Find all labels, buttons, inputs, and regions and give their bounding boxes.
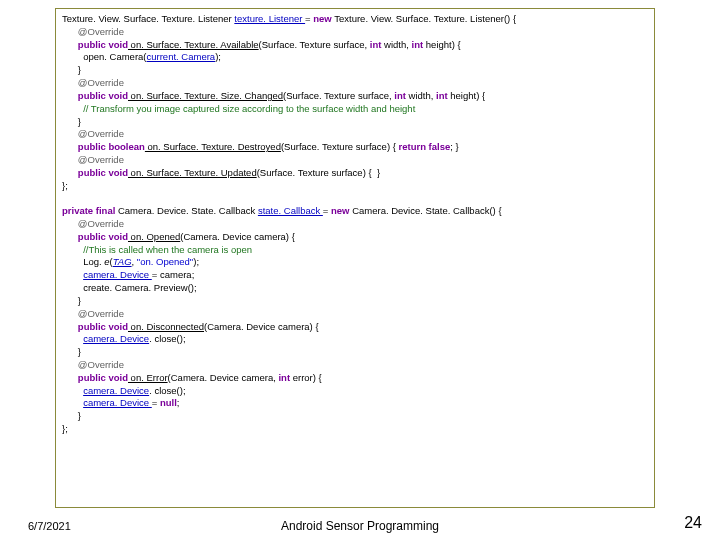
t: @Override xyxy=(78,308,124,319)
t: public void xyxy=(78,167,128,178)
i xyxy=(62,231,78,242)
t: height) { xyxy=(448,90,486,101)
t: int xyxy=(278,372,290,383)
t: . close(); xyxy=(149,333,185,344)
t: (Surface. Texture surface, xyxy=(259,39,370,50)
footer-title: Android Sensor Programming xyxy=(0,518,720,534)
t: int xyxy=(436,90,448,101)
t: camera. Device xyxy=(83,397,152,408)
t: } xyxy=(78,295,81,306)
t: public void xyxy=(78,39,128,50)
t: = xyxy=(152,397,160,408)
i xyxy=(62,90,78,101)
t: width, xyxy=(406,90,436,101)
i xyxy=(62,26,78,37)
t: Camera. Device. State. Callback() { xyxy=(350,205,502,216)
t: (Camera. Device camera) { xyxy=(204,321,319,332)
i xyxy=(62,321,78,332)
i xyxy=(62,359,78,370)
i xyxy=(62,385,83,396)
t: public boolean xyxy=(78,141,145,152)
i xyxy=(62,282,83,293)
i xyxy=(62,256,83,267)
t: @Override xyxy=(78,218,124,229)
t: int xyxy=(370,39,382,50)
t xyxy=(62,192,65,203)
t: return false xyxy=(399,141,451,152)
t: } xyxy=(78,346,81,357)
t: current. Camera xyxy=(147,51,216,62)
i xyxy=(62,154,78,165)
t: // Transform you image captured size acc… xyxy=(83,103,415,114)
t: new xyxy=(331,205,349,216)
t: @Override xyxy=(78,359,124,370)
t: open. Camera( xyxy=(83,51,146,62)
i xyxy=(62,103,83,114)
t: (Surface. Texture surface, xyxy=(283,90,394,101)
t: = xyxy=(323,205,331,216)
i xyxy=(62,64,78,75)
t: (Surface. Texture surface) { xyxy=(281,141,399,152)
t: camera. Device xyxy=(83,333,149,344)
t: TAG xyxy=(113,256,132,267)
t: height) { xyxy=(423,39,461,50)
t: public void xyxy=(78,372,128,383)
i xyxy=(62,333,83,344)
t: @Override xyxy=(78,154,124,165)
t: public void xyxy=(78,321,128,332)
i xyxy=(62,51,83,62)
t: (Camera. Device camera) { xyxy=(180,231,295,242)
t: width, xyxy=(381,39,411,50)
i xyxy=(62,141,78,152)
t: public void xyxy=(78,90,128,101)
i xyxy=(62,269,83,280)
t: @Override xyxy=(78,128,124,139)
i xyxy=(62,116,78,127)
t: //This is called when the camera is open xyxy=(83,244,252,255)
t: on. Surface. Texture. Destroyed xyxy=(145,141,281,152)
t: ); xyxy=(215,51,221,62)
i xyxy=(62,372,78,383)
t: camera. Device xyxy=(83,385,149,396)
code-box: Texture. View. Surface. Texture. Listene… xyxy=(55,8,655,508)
i xyxy=(62,244,83,255)
footer-page: 24 xyxy=(684,512,702,534)
t: public void xyxy=(78,231,128,242)
i xyxy=(62,346,78,357)
t: texture. Listener xyxy=(234,13,305,24)
t: "on. Opened" xyxy=(137,256,193,267)
t: on. Surface. Texture. Size. Changed xyxy=(128,90,283,101)
i xyxy=(62,397,83,408)
t: ; xyxy=(177,397,180,408)
t: @Override xyxy=(78,77,124,88)
t: ); xyxy=(193,256,199,267)
i xyxy=(62,39,78,50)
i xyxy=(62,308,78,319)
t: . close(); xyxy=(149,385,185,396)
t: @Override xyxy=(78,26,124,37)
t: (Camera. Device camera, xyxy=(168,372,279,383)
t: create. Camera. Preview(); xyxy=(83,282,197,293)
t: error) { xyxy=(290,372,322,383)
t: } xyxy=(78,410,81,421)
t: on. Disconnected xyxy=(128,321,204,332)
i xyxy=(62,410,78,421)
t: on. Error xyxy=(128,372,168,383)
t: new xyxy=(313,13,331,24)
t: camera. Device xyxy=(83,269,152,280)
t: null xyxy=(160,397,177,408)
t: on. Opened xyxy=(128,231,180,242)
t: }; xyxy=(62,180,68,191)
i xyxy=(62,295,78,306)
i xyxy=(62,128,78,139)
t: on. Surface. Texture. Available xyxy=(128,39,259,50)
t: on. Surface. Texture. Updated xyxy=(128,167,257,178)
t: Texture. View. Surface. Texture. Listene… xyxy=(62,13,234,24)
t: } xyxy=(78,116,81,127)
t: Texture. View. Surface. Texture. Listene… xyxy=(332,13,516,24)
t: (Surface. Texture surface) { } xyxy=(257,167,380,178)
t: state. Callback xyxy=(258,205,323,216)
i xyxy=(62,218,78,229)
t: = camera; xyxy=(152,269,195,280)
t: Camera. Device. State. Callback xyxy=(115,205,258,216)
